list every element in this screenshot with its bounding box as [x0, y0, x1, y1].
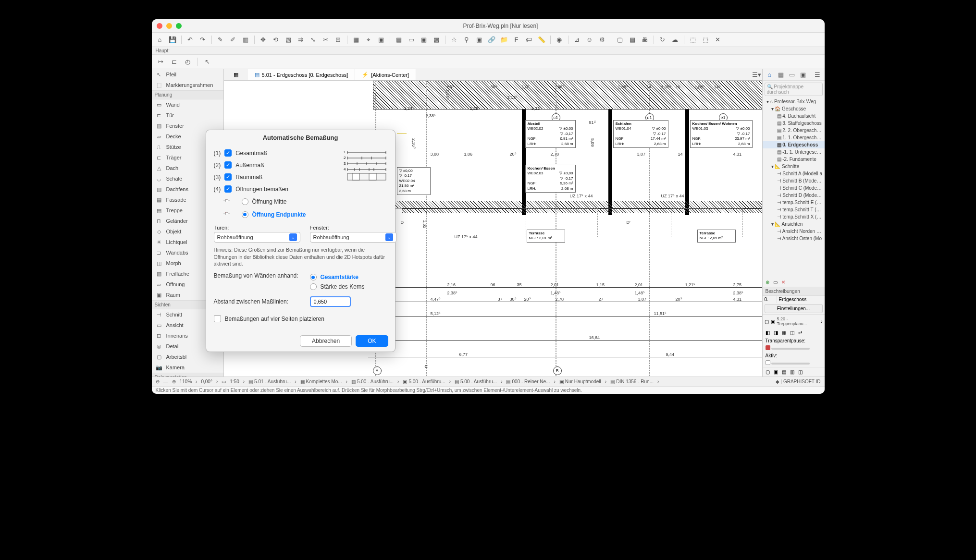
window-icon[interactable]: ▢ — [615, 35, 625, 45]
trace-icon2[interactable]: ◨ — [774, 330, 778, 335]
adjust-icon[interactable]: ⤡ — [308, 35, 319, 45]
ruler-icon[interactable]: 📏 — [536, 35, 547, 45]
nav-pub-icon[interactable]: ▣ — [799, 70, 807, 80]
status-s5[interactable]: ▤ 5.00 - Ausführu... — [455, 379, 497, 384]
globe-icon[interactable]: ◉ — [554, 35, 565, 45]
mirror-icon[interactable]: ▧ — [283, 35, 294, 45]
trace-icon3[interactable]: ▦ — [782, 330, 786, 335]
story-3[interactable]: ▤ 3. Staffelgeschoss — [763, 120, 825, 127]
chevron-right-icon[interactable]: › — [821, 319, 822, 324]
measure-icon[interactable]: ⊿ — [572, 35, 582, 45]
tool-pfeil[interactable]: ↖Pfeil — [152, 69, 223, 80]
link-icon[interactable]: 🔗 — [486, 35, 497, 45]
pick-icon[interactable]: ✎ — [215, 35, 226, 45]
align-icon[interactable]: ▥ — [240, 35, 251, 45]
eyedropper-icon[interactable]: ✐ — [228, 35, 238, 45]
gear-icon[interactable]: ⚙ — [597, 35, 607, 45]
checkbox-raummass[interactable]: ✓ — [224, 173, 232, 181]
status-s1[interactable]: ▤ 5.01 - Ausführu... — [248, 379, 291, 384]
nav-project-icon[interactable]: ⌂ — [766, 70, 774, 80]
tree-schnitte[interactable]: ▾ 📐 Schnitte — [763, 163, 825, 170]
cloud-icon[interactable]: ☁ — [670, 35, 680, 45]
schnitt-x[interactable]: ⊣ temp.Schnitt X (Mo — [763, 213, 825, 220]
status-s3[interactable]: ▥ 5.00 - Ausführu... — [351, 379, 394, 384]
cube-icon[interactable]: ▣ — [419, 35, 429, 45]
nav-view-icon[interactable]: ▤ — [777, 70, 785, 80]
status-s7[interactable]: ▣ Nur Hauptmodell — [559, 379, 601, 384]
cursor-icon[interactable]: ↖ — [202, 57, 213, 67]
trim-icon[interactable]: ✂ — [321, 35, 331, 45]
rotation-value[interactable]: 0,00° — [201, 379, 212, 384]
radio-gesamtstaerke[interactable] — [310, 274, 317, 280]
section-icon[interactable]: ▩ — [431, 35, 442, 45]
zoom-out-icon[interactable]: ⊖ — [156, 379, 160, 384]
redo-icon[interactable]: ↷ — [198, 35, 208, 45]
close-window-button[interactable] — [157, 23, 162, 29]
tab-grundriss[interactable]: ▤5.01 - Erdgeschoss [0. Erdgeschoss] — [248, 69, 356, 80]
print-icon[interactable]: 🖶 — [640, 35, 650, 45]
tree-ansichten[interactable]: ▾ 📐 Ansichten — [763, 220, 825, 228]
tool-arbeitsblatt[interactable]: ▢Arbeitsbl — [152, 352, 223, 362]
color-swatch-white[interactable] — [766, 360, 770, 365]
radio-staerkekern[interactable] — [310, 283, 317, 290]
text-icon[interactable]: F — [511, 35, 522, 45]
image-icon[interactable]: ▣ — [474, 35, 484, 45]
radio-oeffnung-endpunkte[interactable] — [242, 211, 248, 218]
scale-value[interactable]: 1:50 — [230, 379, 239, 384]
zoom-in-icon[interactable]: ⊕ — [172, 379, 176, 384]
schnitt-a[interactable]: ⊣ Schnitt A (Modell a — [763, 170, 825, 177]
trace-icon5[interactable]: ⇄ — [798, 330, 802, 335]
schnitt-b[interactable]: ⊣ Schnitt B (Modell a — [763, 177, 825, 184]
story-2[interactable]: ▤ 2. 2. Obergeschoss — [763, 127, 825, 134]
tool-kamera[interactable]: 📷Kamera — [152, 362, 223, 373]
br-icon4[interactable]: ▥ — [790, 369, 794, 375]
ansicht-o[interactable]: ⊣ Ansicht Osten (Mo — [763, 235, 825, 242]
tool-wand[interactable]: ▭Wand — [152, 99, 223, 110]
br-icon3[interactable]: ▤ — [782, 369, 786, 375]
zoom-value[interactable]: 110% — [180, 379, 192, 384]
person-icon[interactable]: ☺ — [584, 35, 595, 45]
tueren-select[interactable]: Rohbauöffnung⌄ — [214, 232, 300, 243]
status-s2[interactable]: ▦ Komplettes Mo... — [300, 379, 342, 384]
mode1-icon[interactable]: ↦ — [156, 57, 166, 67]
schnitt-c[interactable]: ⊣ Schnitt C (Modell a — [763, 184, 825, 192]
split-icon[interactable]: ⊟ — [333, 35, 344, 45]
trace-icon[interactable]: ▣ — [376, 35, 386, 45]
schnitt-d[interactable]: ⊣ Schnitt D (Modell a — [763, 192, 825, 199]
tab-aktionscenter[interactable]: ⚡[Aktions-Center] — [355, 69, 416, 80]
cancel-button[interactable]: Abbrechen — [300, 335, 352, 347]
abstand-input[interactable] — [310, 296, 351, 307]
rename-icon[interactable]: ▭ — [773, 280, 778, 285]
save-icon[interactable]: 💾 — [167, 35, 178, 45]
settings1-icon[interactable]: ⬚ — [688, 35, 698, 45]
schnitt-t[interactable]: ⊣ temp.Schnitt T (Mo — [763, 206, 825, 213]
slider-aktiv[interactable] — [771, 363, 810, 365]
nav-layout-icon[interactable]: ▭ — [788, 70, 796, 80]
add-icon[interactable]: ⊕ — [766, 280, 769, 285]
navigator-search[interactable]: 🔍 Projektmappe durchsuch — [765, 83, 823, 96]
grid-selector-icon[interactable]: ▦ — [224, 72, 248, 78]
checkbox-oeffnungen[interactable]: ✓ — [224, 185, 232, 193]
mode2-icon[interactable]: ⊏ — [169, 57, 180, 67]
fenster-select[interactable]: Rohbauöffnung⌄ — [310, 232, 396, 243]
story-m1[interactable]: ▤ -1. 1. Untergeschoss — [763, 148, 825, 156]
delete-icon[interactable]: ✕ — [781, 280, 785, 285]
grid-icon[interactable]: ▦ — [351, 35, 361, 45]
offset-icon[interactable]: ⇉ — [296, 35, 306, 45]
ansicht-n[interactable]: ⊣ Ansicht Norden (Mo — [763, 228, 825, 235]
tag-icon[interactable]: 🏷 — [524, 35, 534, 45]
tab-menu-icon[interactable]: ☰▾ — [752, 70, 762, 80]
settings3-icon[interactable]: ✕ — [713, 35, 723, 45]
story-0[interactable]: ▤ 0. Erdgeschoss — [763, 141, 825, 148]
settings2-icon[interactable]: ⬚ — [700, 35, 711, 45]
graphisoft-id[interactable]: ◆ | GRAPHISOFT ID — [776, 379, 821, 384]
folder-icon[interactable]: 📁 — [499, 35, 509, 45]
color-swatch-red[interactable] — [766, 345, 770, 350]
group-planung[interactable]: Planung — [152, 90, 223, 99]
find-icon[interactable]: ⚲ — [461, 35, 472, 45]
trace-icon1[interactable]: ◧ — [766, 330, 770, 335]
story-4[interactable]: ▤ 4. Dachaufsicht — [763, 112, 825, 120]
snap-icon[interactable]: ⌖ — [363, 35, 374, 45]
schnitt-e[interactable]: ⊣ temp.Schnitt E (Mo — [763, 199, 825, 206]
move-icon[interactable]: ✥ — [258, 35, 269, 45]
